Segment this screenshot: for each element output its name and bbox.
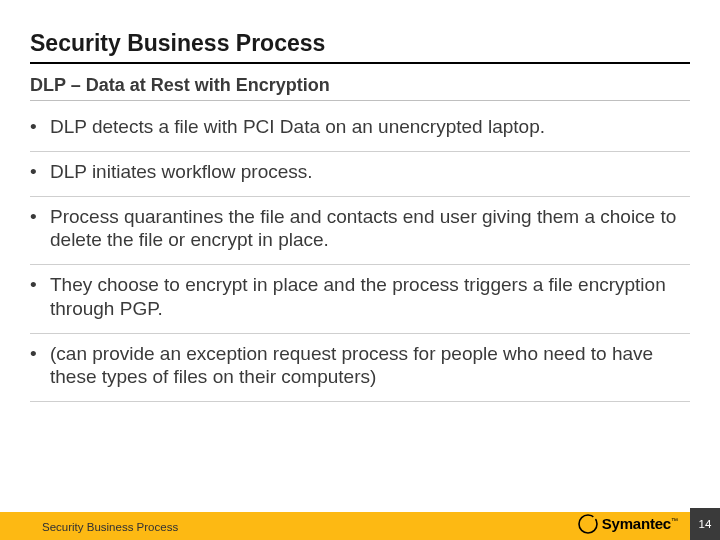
bullet-icon: •	[30, 160, 48, 184]
brand-logo: Symantec™	[578, 510, 678, 538]
brand-name: Symantec	[602, 515, 671, 532]
divider	[30, 401, 690, 402]
trademark-icon: ™	[671, 517, 678, 524]
slide: Security Business Process DLP – Data at …	[0, 0, 720, 540]
slide-title: Security Business Process	[30, 30, 325, 57]
bullet-text: (can provide an exception request proces…	[48, 342, 690, 390]
divider	[30, 151, 690, 152]
divider	[30, 196, 690, 197]
subtitle-underline	[30, 100, 690, 101]
bullet-icon: •	[30, 205, 48, 229]
list-item: • DLP detects a file with PCI Data on an…	[30, 115, 690, 147]
title-underline	[30, 62, 690, 64]
list-item: • Process quarantines the file and conta…	[30, 205, 690, 261]
bullet-text: They choose to encrypt in place and the …	[48, 273, 690, 321]
page-number: 14	[690, 508, 720, 540]
bullet-text: DLP initiates workflow process.	[48, 160, 690, 184]
divider	[30, 264, 690, 265]
divider	[30, 333, 690, 334]
bullet-text: Process quarantines the file and contact…	[48, 205, 690, 253]
list-item: • They choose to encrypt in place and th…	[30, 273, 690, 329]
footer: Security Business Process Symantec™ 14	[0, 506, 720, 540]
list-item: • (can provide an exception request proc…	[30, 342, 690, 398]
bullet-icon: •	[30, 342, 48, 366]
slide-subtitle: DLP – Data at Rest with Encryption	[30, 75, 330, 96]
bullet-icon: •	[30, 115, 48, 139]
bullet-icon: •	[30, 273, 48, 297]
footer-text: Security Business Process	[42, 521, 178, 533]
bullet-text: DLP detects a file with PCI Data on an u…	[48, 115, 690, 139]
list-item: • DLP initiates workflow process.	[30, 160, 690, 192]
checkmark-circle-icon	[578, 514, 598, 534]
bullet-list: • DLP detects a file with PCI Data on an…	[30, 115, 690, 410]
